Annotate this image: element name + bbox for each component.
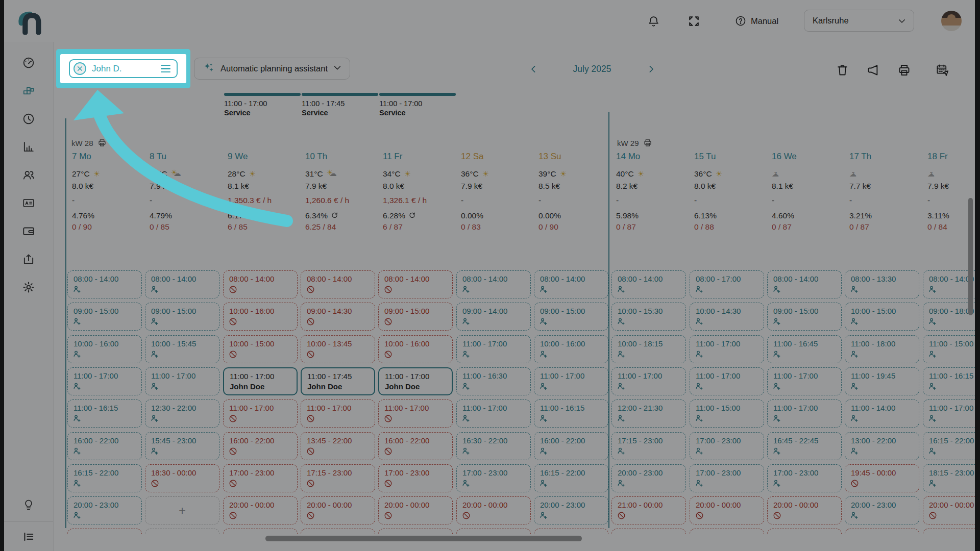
employee-filter-chip[interactable]: John D. xyxy=(69,59,178,78)
app-screen: Manual Karlsruhe Automatic planning assi… xyxy=(0,0,980,551)
tutorial-highlight-box: John D. xyxy=(56,49,190,88)
remove-filter-icon[interactable] xyxy=(74,62,86,75)
filter-chip-label: John D. xyxy=(92,64,161,74)
filter-menu-icon[interactable] xyxy=(161,65,170,73)
